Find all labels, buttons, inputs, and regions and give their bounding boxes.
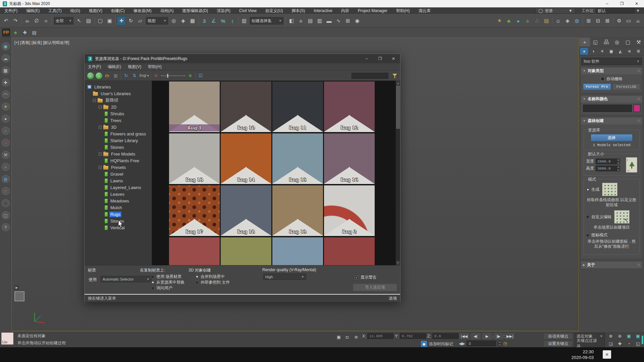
menubar-item-17[interactable]: 溜云库 [414,7,435,14]
zoom-out-icon[interactable]: ⊖ [153,72,159,79]
language-selector[interactable]: Engl ▾ [140,74,149,77]
sub-helpers-icon[interactable]: ◭ [616,48,625,55]
sub-systems-icon[interactable]: ⚙ [634,48,643,55]
tab-motion-icon[interactable]: ◎ [612,38,623,47]
tree-item-trees[interactable]: Trees [85,117,152,124]
dialog-options-link[interactable]: 选项 [389,296,397,301]
dialog-minimize-button[interactable]: – [360,56,373,61]
ribbon-icon[interactable]: ▬ [324,16,334,25]
thumbnail-scrollbar[interactable]: ▲ ▼ [395,81,400,265]
mirror-icon[interactable]: ◧ [287,16,296,25]
z-coordinate-field[interactable]: 0.0 [432,333,459,339]
forest-tree-icon[interactable]: ♣ [11,28,19,37]
sphere-purple-icon[interactable]: ● [2,163,10,171]
filter-funnel-icon[interactable] [392,73,397,78]
zoom-extents-icon[interactable]: ▣ [625,332,633,340]
tree-item-free-models[interactable]: −Free Models [85,150,152,157]
character-icon[interactable]: ☺ [553,16,563,25]
forest-list-icon[interactable]: ▤ [30,28,38,37]
rug-thumbnail-partial-12[interactable] [169,237,220,265]
tree-item-libraries[interactable]: ▦Libraries [85,83,152,90]
select-and-move-icon[interactable]: ✚ [117,16,126,25]
scroll-down-icon[interactable]: ▼ [396,260,400,265]
tab-display-icon[interactable]: ▢ [623,38,633,47]
spin-down-icon[interactable]: ▼ [616,169,620,172]
rug-thumbnail-rug-18[interactable]: Rug 18 [221,185,271,236]
tree-item-leaves[interactable]: Leaves [85,191,152,197]
menubar-item-14[interactable]: 内容 [337,7,354,14]
sub-geometry-icon[interactable]: ● [580,48,588,55]
forest-creation-rollout-header[interactable]: ▼森林创建∷ [581,117,642,124]
rug-thumbnail-rug-10[interactable]: Rug 10 [221,81,271,132]
collapse-toggle-icon[interactable]: − [99,153,102,156]
import-selected-button[interactable]: 导入选定项 [353,284,397,291]
chart-icon[interactable]: ⊠ [603,16,612,25]
tree-item-stones[interactable]: Stones [85,218,152,224]
spin-up-icon[interactable]: ▲ [498,341,501,344]
grid-array-icon[interactable]: ⊞ [584,16,593,25]
mode-radio-1[interactable]: 自定义编辑 [586,215,611,220]
rug-thumbnail-rug-17[interactable]: Rug 17 [169,185,220,236]
layer-manager-icon[interactable]: ▤ [306,16,315,25]
add-time-tag-label[interactable]: 添加时间标记 [429,341,453,347]
toolbar-expand-arrow-icon[interactable]: ▶ [14,285,19,290]
select-by-name-icon[interactable]: ▤ [84,16,93,25]
collapse-toggle-icon[interactable]: − [99,106,102,109]
spin-down-icon[interactable]: ▼ [498,344,501,347]
rug-thumbnail-partial-14[interactable] [272,237,323,265]
sphere-brush-icon[interactable]: ● [514,16,523,25]
tree-item-meadows[interactable]: Meadows [85,197,152,204]
confetti-icon[interactable]: ∵ [2,187,10,195]
current-frame-field[interactable]: 0 [467,341,496,346]
menubar-item-8[interactable]: 图形编辑器(D) [178,7,213,14]
menubar-item-16[interactable]: 帮助(H) [392,7,414,14]
unlink-selection-icon[interactable]: ∅ [32,16,41,25]
mode-radio-2[interactable]: 图标模式 [586,233,607,238]
spin-down-icon[interactable]: ▼ [616,162,620,165]
collapse-toggle-icon[interactable]: − [99,126,102,129]
dialog-menu-item-3[interactable]: 帮助(H) [145,63,165,70]
tree-item-user-s-libraries[interactable]: User's Libraries [85,90,152,97]
zoom-icon[interactable]: ⊕ [606,332,615,340]
spin-up-icon[interactable]: ▲ [616,166,620,169]
tree-item-shrubs[interactable]: Shrubs [85,110,152,117]
pan-icon[interactable]: ✚ [615,340,624,347]
zoom-in-icon[interactable]: ⊕ [187,72,194,79]
use-pivot-point-icon[interactable]: ◎ [169,16,178,25]
render-setup-icon[interactable]: ⚙ [614,16,624,25]
object-type-rollout-header[interactable]: ▼对象类型∷ [581,67,642,74]
rug-thumbnail-partial-15[interactable] [324,237,375,265]
autogrid-checkbox[interactable]: 自动栅格 [583,76,640,81]
workspace-selector[interactable]: 工作区:默认▼ [579,8,643,14]
menubar-item-6[interactable]: 修改器(M) [129,7,156,14]
creation-option-0[interactable]: 合并到场景中 [195,274,235,279]
category-dropdown[interactable]: Itoo 软件▼ [581,58,642,65]
tree-item-hqplants-free[interactable]: HQPlants Free [85,157,152,164]
window-crossing-icon[interactable]: ▣ [105,16,114,25]
sub-cameras-icon[interactable]: ▣ [607,48,615,55]
menubar-item-1[interactable]: 编辑(E) [22,7,44,14]
tree-item-presets[interactable]: −Presets [85,164,152,171]
align-icon[interactable]: ≡ [296,16,306,25]
spray-icon[interactable]: ∴ [2,127,10,135]
duplicate-material-option-1[interactable]: 从资源库中替换 [151,280,184,285]
cube-light-icon[interactable]: ▢ [2,211,10,219]
named-selection-sets-dropdown[interactable]: 创建选择集▼ [250,17,283,24]
select-and-manipulate-icon[interactable]: ◈ [178,16,188,25]
reference-coordinate-dropdown[interactable]: 视图▼ [146,17,168,24]
dialog-close-button[interactable]: ✕ [387,56,400,61]
spinner-snap-icon[interactable]: ↕ [228,16,237,25]
snaps-toggle-icon[interactable]: 3 [200,16,209,25]
selection-filter-dropdown[interactable]: 全部▼ [54,17,73,24]
tree-item-mulch[interactable]: Mulch [85,204,152,211]
maximize-button[interactable]: ❐ [614,1,629,6]
set-key-button[interactable]: 设置关键点 [543,340,573,347]
forest-lod-button[interactable]: ForestLOD [612,83,641,90]
collapse-toggle-icon[interactable]: − [93,99,96,102]
select-check-icon[interactable]: ☑ [197,72,204,79]
play-button[interactable]: ▶ [482,333,492,340]
menubar-item-5[interactable]: 创建(C) [107,7,129,14]
globe-icon[interactable]: ◍ [572,16,582,25]
tree-item-gravel[interactable]: Gravel [85,171,152,177]
liu-plugin-icon[interactable]: Liu [1,333,13,345]
